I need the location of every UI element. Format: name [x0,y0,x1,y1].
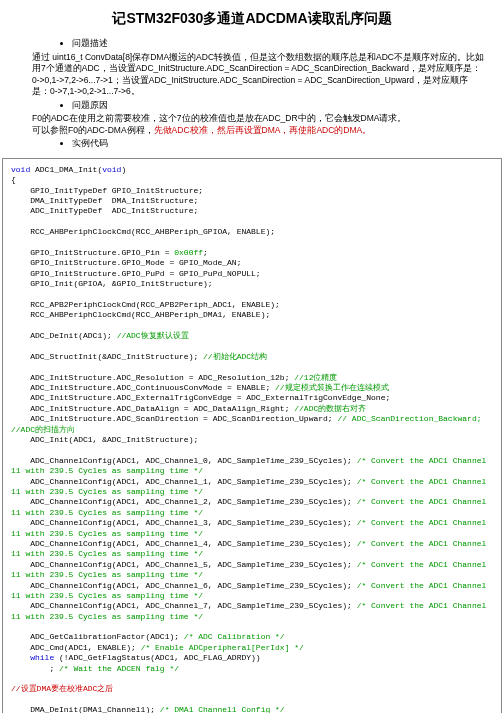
section-header-1: 问题描述 [72,38,486,50]
highlight-text: 先做ADC校准，然后再设置DMA，再使能ADC的DMA。 [154,125,372,135]
paragraph-1: 通过 uint16_t ConvData[8]保存DMA搬运的ADC转换值，但是… [32,52,486,98]
section-header-3: 实例代码 [72,138,486,150]
bullet-list: 问题描述 [32,38,486,50]
bullet-list-3: 实例代码 [32,138,486,150]
paragraph-3: 可以参照F0的ADC-DMA例程，先做ADC校准，然后再设置DMA，再使能ADC… [32,125,486,136]
bullet-list-2: 问题原因 [32,100,486,112]
code-block: void ADC1_DMA_Init(void) { GPIO_InitType… [2,158,502,713]
article-content: 问题描述 通过 uint16_t ConvData[8]保存DMA搬运的ADC转… [0,38,504,150]
paragraph-2: F0的ADC在使用之前需要校准，这个7位的校准值也是放在ADC_DR中的，它会触… [32,113,486,124]
section-header-2: 问题原因 [72,100,486,112]
page-title: 记STM32F030多通道ADCDMA读取乱序问题 [0,0,504,36]
